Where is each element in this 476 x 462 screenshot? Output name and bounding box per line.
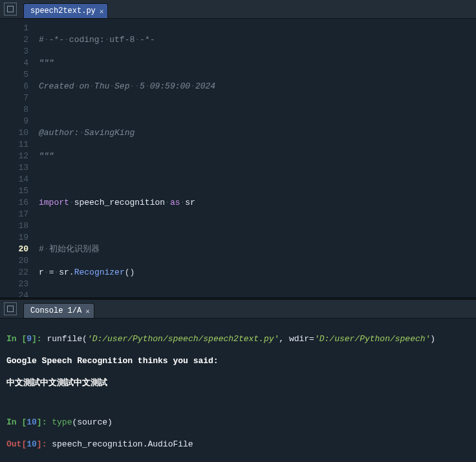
code-editor[interactable]: 1234567891011121314151617181920202223242…	[0, 19, 476, 297]
editor-tabbar: speech2text.py ✕	[0, 0, 476, 19]
console-line: 中文測試中文測試中文測試	[6, 377, 470, 388]
code-area[interactable]: #·-*-·coding:·utf-8·-*- """ Created·on·T…	[35, 19, 476, 297]
console-line: Google Speech Recognition thinks you sai…	[6, 355, 470, 366]
detach-icon[interactable]	[4, 302, 17, 315]
detach-icon[interactable]	[4, 3, 17, 16]
console-line: Out[10]: speech_recognition.AudioFile	[6, 439, 470, 450]
docstring: """	[39, 58, 54, 68]
editor-pane: speech2text.py ✕ 12345678910111213141516…	[0, 0, 476, 297]
console-line: In [10]: type(source)	[6, 417, 470, 428]
line-gutter: 1234567891011121314151617181920202223242…	[0, 19, 35, 297]
close-icon[interactable]: ✕	[100, 7, 104, 16]
console-tab[interactable]: Console 1/A ✕	[23, 303, 94, 318]
console-pane: Console 1/A ✕ In [9]: runfile('D:/user/P…	[0, 300, 476, 462]
editor-tab-label: speech2text.py	[30, 6, 96, 16]
console-tab-label: Console 1/A	[30, 306, 81, 315]
ide-window: speech2text.py ✕ 12345678910111213141516…	[0, 0, 476, 462]
console-output[interactable]: In [9]: runfile('D:/user/Python/speech/s…	[0, 319, 476, 462]
editor-tab[interactable]: speech2text.py ✕	[23, 3, 108, 18]
console-line: In [9]: runfile('D:/user/Python/speech/s…	[6, 333, 470, 344]
console-tabbar: Console 1/A ✕	[0, 300, 476, 319]
close-icon[interactable]: ✕	[85, 307, 90, 315]
